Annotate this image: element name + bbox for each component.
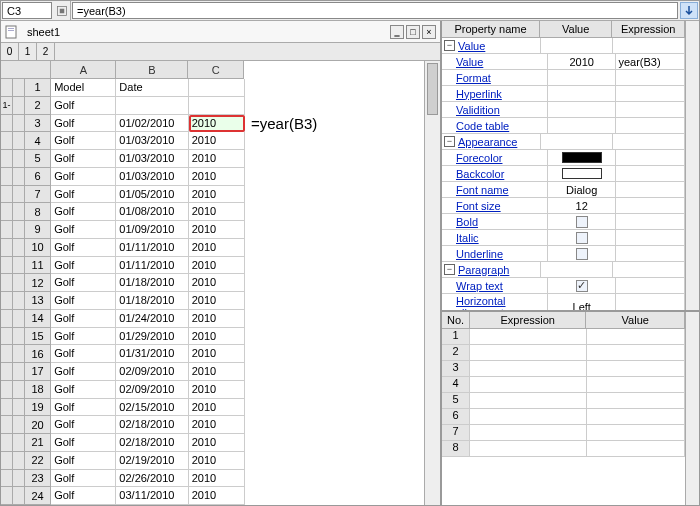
property-value[interactable]: 12 — [576, 200, 588, 212]
expr-list-scrollbar[interactable] — [685, 312, 699, 505]
cell[interactable]: Golf — [51, 487, 116, 505]
property-name[interactable]: Bold — [456, 216, 478, 228]
cell[interactable]: Model — [51, 79, 116, 97]
row-outline-toggle[interactable] — [1, 186, 13, 204]
cell[interactable]: 02/19/2010 — [116, 452, 188, 470]
formula-input[interactable] — [72, 2, 678, 19]
property-group-label[interactable]: Value — [458, 40, 485, 52]
row-header[interactable]: 14 — [25, 310, 51, 328]
row-outline-toggle[interactable]: 1- — [1, 97, 13, 115]
property-group[interactable]: −Value — [442, 38, 541, 53]
cell[interactable]: Golf — [51, 470, 116, 488]
row-outline-toggle[interactable] — [13, 328, 25, 346]
row-outline-toggle[interactable] — [1, 239, 13, 257]
property-name[interactable]: Backcolor — [456, 168, 504, 180]
row-outline-toggle[interactable] — [13, 487, 25, 505]
checkbox[interactable] — [576, 248, 588, 260]
vertical-scrollbar[interactable] — [424, 61, 440, 505]
cell[interactable]: Golf — [51, 345, 116, 363]
cell[interactable] — [189, 97, 245, 115]
cell[interactable]: 03/11/2010 — [116, 487, 188, 505]
cell[interactable]: Golf — [51, 239, 116, 257]
property-name[interactable]: Horizontal alignment — [456, 295, 545, 310]
expr-row-number[interactable]: 5 — [442, 393, 470, 408]
cell[interactable]: 02/09/2010 — [116, 381, 188, 399]
row-header[interactable]: 3 — [25, 115, 51, 133]
cell[interactable]: Golf — [51, 168, 116, 186]
row-outline-toggle[interactable] — [13, 470, 25, 488]
property-group[interactable]: −Paragraph — [442, 262, 541, 277]
formula-commit-button[interactable] — [680, 2, 698, 19]
expr-row-number[interactable]: 4 — [442, 377, 470, 392]
property-value[interactable]: 2010 — [569, 56, 593, 68]
cell[interactable]: Golf — [51, 274, 116, 292]
row-outline-toggle[interactable] — [1, 381, 13, 399]
row-outline-toggle[interactable] — [13, 150, 25, 168]
cell[interactable]: 2010 — [189, 434, 245, 452]
row-outline-toggle[interactable] — [1, 257, 13, 275]
col-header-C[interactable]: C — [188, 61, 244, 79]
property-name[interactable]: Italic — [456, 232, 479, 244]
expr-row-expression[interactable] — [470, 361, 587, 376]
property-name[interactable]: Font size — [456, 200, 501, 212]
expr-row-value[interactable] — [587, 361, 685, 376]
row-header[interactable]: 21 — [25, 434, 51, 452]
property-group-label[interactable]: Appearance — [458, 136, 517, 148]
outline-level-2[interactable]: 2 — [37, 43, 55, 60]
cell[interactable]: Golf — [51, 434, 116, 452]
col-header-B[interactable]: B — [116, 61, 188, 79]
row-outline-toggle[interactable] — [1, 345, 13, 363]
row-outline-toggle[interactable] — [1, 363, 13, 381]
property-row[interactable]: Bold — [442, 214, 548, 229]
row-header[interactable]: 15 — [25, 328, 51, 346]
row-header[interactable]: 8 — [25, 203, 51, 221]
row-outline-toggle[interactable] — [1, 203, 13, 221]
row-header[interactable]: 7 — [25, 186, 51, 204]
expr-row-number[interactable]: 2 — [442, 345, 470, 360]
cell[interactable]: Golf — [51, 363, 116, 381]
cell[interactable]: 2010 — [189, 274, 245, 292]
property-name[interactable]: Validition — [456, 104, 500, 116]
row-outline-toggle[interactable] — [13, 168, 25, 186]
color-swatch[interactable] — [562, 152, 602, 163]
expr-row-expression[interactable] — [470, 409, 587, 424]
row-outline-toggle[interactable] — [13, 221, 25, 239]
expr-row-number[interactable]: 8 — [442, 441, 470, 456]
property-value[interactable]: Left — [573, 301, 591, 310]
property-row[interactable]: Value — [442, 54, 548, 69]
cell[interactable]: 01/02/2010 — [116, 115, 188, 133]
tree-toggle-icon[interactable]: − — [444, 264, 455, 275]
row-outline-toggle[interactable] — [13, 452, 25, 470]
property-row[interactable]: Horizontal alignment — [442, 294, 548, 310]
cell[interactable]: 2010 — [189, 363, 245, 381]
property-name[interactable]: Forecolor — [456, 152, 502, 164]
row-outline-toggle[interactable] — [13, 363, 25, 381]
cell[interactable]: 2010 — [189, 328, 245, 346]
cell[interactable]: 2010 — [189, 310, 245, 328]
row-header[interactable]: 24 — [25, 487, 51, 505]
cell[interactable]: 01/11/2010 — [116, 239, 188, 257]
expr-row-expression[interactable] — [470, 441, 587, 456]
expr-row-expression[interactable] — [470, 345, 587, 360]
row-outline-toggle[interactable] — [1, 292, 13, 310]
row-outline-toggle[interactable] — [1, 310, 13, 328]
cell[interactable]: Golf — [51, 150, 116, 168]
expr-row-value[interactable] — [587, 393, 685, 408]
cell[interactable]: 2010 — [189, 115, 245, 133]
property-row[interactable]: Underline — [442, 246, 548, 261]
cell[interactable]: 01/24/2010 — [116, 310, 188, 328]
cell[interactable]: Golf — [51, 97, 116, 115]
row-outline-toggle[interactable] — [13, 97, 25, 115]
row-outline-toggle[interactable] — [13, 274, 25, 292]
property-expression[interactable]: year(B3) — [618, 56, 660, 68]
cell[interactable]: 2010 — [189, 203, 245, 221]
expr-row-expression[interactable] — [470, 329, 587, 344]
row-outline-toggle[interactable] — [13, 132, 25, 150]
property-row[interactable]: Validition — [442, 102, 548, 117]
expr-row-number[interactable]: 6 — [442, 409, 470, 424]
row-outline-toggle[interactable] — [13, 292, 25, 310]
property-row[interactable]: Forecolor — [442, 150, 548, 165]
row-outline-toggle[interactable] — [1, 416, 13, 434]
row-outline-toggle[interactable] — [1, 399, 13, 417]
cell[interactable]: 01/08/2010 — [116, 203, 188, 221]
